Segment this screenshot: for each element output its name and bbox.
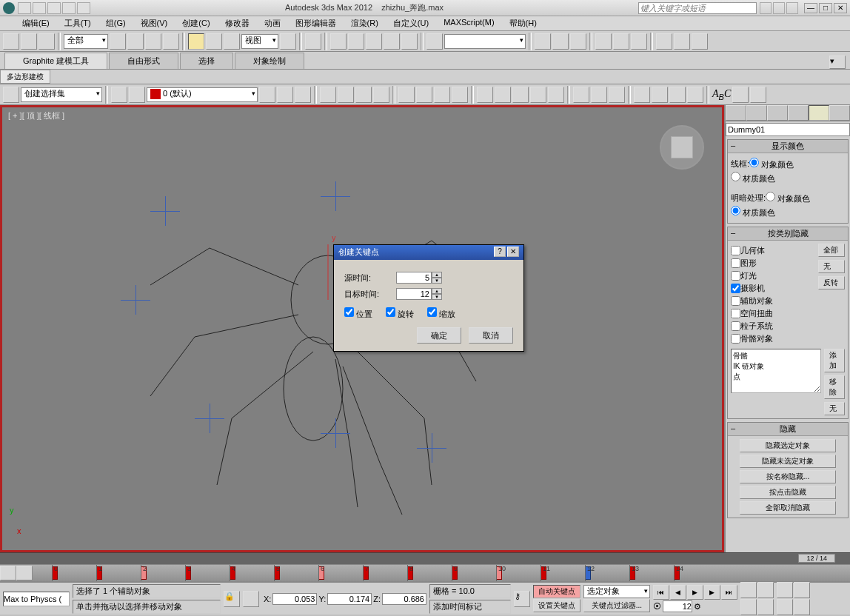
ref-coord-dropdown[interactable]: 视图 xyxy=(241,34,278,49)
qat-undo-icon[interactable] xyxy=(62,2,76,14)
render-preset3-icon[interactable] xyxy=(512,87,529,103)
key-filters-button[interactable]: 关键点过滤器... xyxy=(583,599,650,612)
close-button[interactable]: ✕ xyxy=(834,3,847,13)
abc-2-icon[interactable] xyxy=(750,87,766,103)
shade-obj-radio[interactable] xyxy=(766,192,775,201)
nav-walk-icon[interactable] xyxy=(777,599,793,615)
render-preset1-icon[interactable] xyxy=(477,87,493,103)
select-region-icon[interactable] xyxy=(145,33,161,50)
nav-zoom-all-icon[interactable] xyxy=(757,582,774,598)
hide-by-name-button[interactable]: 按名称隐藏... xyxy=(740,470,836,483)
none2-button[interactable]: 无 xyxy=(824,402,845,415)
rotation-check[interactable] xyxy=(386,307,395,317)
qat-new-icon[interactable] xyxy=(18,2,31,14)
window-crossing-icon[interactable] xyxy=(163,33,179,50)
selection-lock-icon[interactable]: 🔒 xyxy=(224,591,240,607)
menu-maxscript[interactable]: MAXScript(M) xyxy=(436,16,501,30)
layer-select-icon[interactable] xyxy=(259,87,275,103)
snap-toggle-icon[interactable] xyxy=(348,33,364,50)
mirror-icon[interactable] xyxy=(535,33,551,50)
extras-8-icon[interactable] xyxy=(452,87,468,103)
trackbar-config-icon[interactable] xyxy=(0,566,16,580)
ok-button[interactable]: 确定 xyxy=(417,327,461,344)
cat-spacewarps-check[interactable] xyxy=(731,309,740,318)
set-key-button[interactable]: 设置关键点 xyxy=(533,599,580,612)
nav-zoom-icon[interactable] xyxy=(740,582,757,598)
nav-fov-icon[interactable] xyxy=(777,582,793,598)
infocenter-icon[interactable] xyxy=(760,2,772,14)
cat-all-button[interactable]: 全部 xyxy=(818,244,845,257)
abc-1-icon[interactable] xyxy=(732,87,749,103)
teapot6-icon[interactable] xyxy=(669,87,686,103)
edit-named-sel-icon[interactable] xyxy=(426,33,443,50)
cat-lights-check[interactable] xyxy=(731,271,740,281)
nav-pan-icon[interactable] xyxy=(740,599,757,615)
layer-manager-icon[interactable] xyxy=(570,33,586,50)
prev-frame-icon[interactable]: ◀ xyxy=(670,585,686,600)
menu-create[interactable]: 创建(C) xyxy=(175,16,217,30)
favorites-icon[interactable] xyxy=(786,2,798,14)
tab-create-icon[interactable] xyxy=(726,105,746,121)
menu-animation[interactable]: 动画 xyxy=(257,16,288,30)
select-scale-icon[interactable] xyxy=(224,33,240,50)
layer-add-icon[interactable] xyxy=(129,87,145,103)
menu-grapheditors[interactable]: 图形编辑器 xyxy=(288,16,344,30)
hide-selected-button[interactable]: 隐藏选定对象 xyxy=(740,439,836,452)
qat-open-icon[interactable] xyxy=(33,2,46,14)
wire-mat-radio[interactable] xyxy=(731,172,740,181)
help-search-input[interactable] xyxy=(638,2,757,14)
absolute-transform-icon[interactable] xyxy=(243,591,259,607)
select-rotate-icon[interactable] xyxy=(206,33,222,50)
render-preset2-icon[interactable] xyxy=(495,87,511,103)
shade-mat-radio[interactable] xyxy=(731,206,740,215)
dest-time-spinner[interactable]: ▲▼ xyxy=(396,288,444,300)
cat-particles-check[interactable] xyxy=(731,321,740,331)
extras-1-icon[interactable] xyxy=(320,87,336,103)
menu-customize[interactable]: 自定义(U) xyxy=(386,16,436,30)
cancel-button[interactable]: 取消 xyxy=(469,327,513,344)
key-mode-icon[interactable]: ⦿ xyxy=(653,602,661,611)
selection-filter-dropdown[interactable]: 全部 xyxy=(64,34,108,49)
time-slider-label[interactable]: 12 / 14 xyxy=(798,554,835,563)
cat-geometry-check[interactable] xyxy=(731,246,740,255)
maxscript-mini-listener[interactable] xyxy=(3,592,70,606)
app-icon[interactable] xyxy=(3,2,15,14)
material-editor-icon[interactable] xyxy=(631,33,647,50)
tab-hierarchy-icon[interactable] xyxy=(767,105,788,121)
extras-3-icon[interactable] xyxy=(355,87,372,103)
extras-7-icon[interactable] xyxy=(434,87,450,103)
goto-end-icon[interactable]: ⏭ xyxy=(721,585,737,600)
menu-help[interactable]: 帮助(H) xyxy=(502,16,544,30)
curve-editor-icon[interactable] xyxy=(595,33,612,50)
unhide-all-button[interactable]: 全部取消隐藏 xyxy=(740,501,836,515)
maximize-button[interactable]: □ xyxy=(819,3,832,13)
z-input[interactable] xyxy=(382,593,426,605)
teapot3-icon[interactable] xyxy=(609,87,625,103)
render-preset4-icon[interactable] xyxy=(530,87,546,103)
tab-freeform[interactable]: 自由形式 xyxy=(109,53,178,69)
add-button[interactable]: 添加 xyxy=(824,349,845,372)
track-bar[interactable]: 01234567891011121314 xyxy=(0,564,850,582)
dialog-titlebar[interactable]: 创建关键点 ? ✕ xyxy=(334,245,523,260)
teapot4-icon[interactable] xyxy=(634,87,650,103)
auto-key-button[interactable]: 自动关键点 xyxy=(533,585,580,598)
qat-save-icon[interactable] xyxy=(47,2,61,14)
current-frame-input[interactable] xyxy=(663,600,692,612)
percent-snap-icon[interactable] xyxy=(384,33,400,50)
key-filter-selection-dropdown[interactable]: 选定对象 xyxy=(583,585,650,598)
unlink-icon[interactable] xyxy=(21,33,37,50)
menu-modifiers[interactable]: 修改器 xyxy=(218,16,257,30)
spinner-snap-icon[interactable] xyxy=(401,33,418,50)
extras-6-icon[interactable] xyxy=(416,87,432,103)
extras-5-icon[interactable] xyxy=(398,87,415,103)
dest-time-input[interactable] xyxy=(396,288,432,300)
sel-lock-icon[interactable] xyxy=(3,87,19,103)
menu-edit[interactable]: 编辑(E) xyxy=(15,16,57,30)
render-setup-icon[interactable] xyxy=(656,33,672,50)
additional-categories-list[interactable]: 骨骼 IK 链对象 点 xyxy=(731,349,821,393)
tab-modify-icon[interactable] xyxy=(746,105,767,121)
time-config-icon[interactable]: ⚙ xyxy=(694,602,701,612)
dialog-close-icon[interactable]: ✕ xyxy=(507,247,519,257)
teapot1-icon[interactable] xyxy=(573,87,589,103)
cat-shapes-check[interactable] xyxy=(731,258,740,268)
